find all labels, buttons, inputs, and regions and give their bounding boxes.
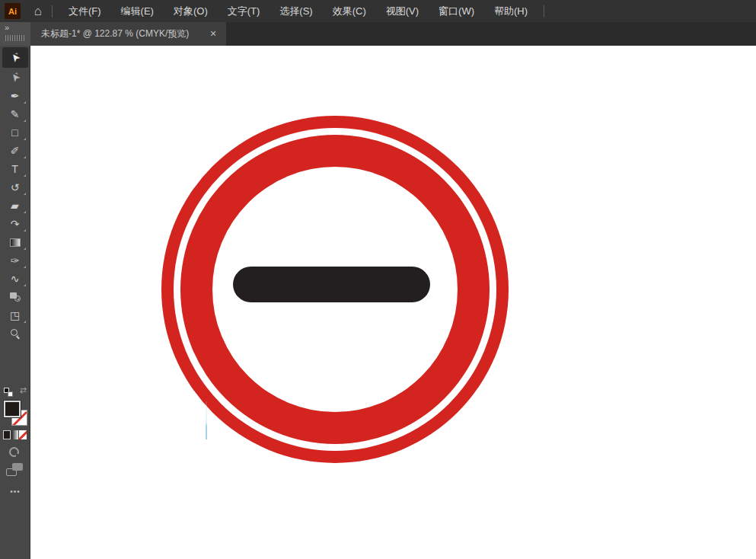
eyedropper-tool-icon: ✑ [11, 254, 20, 267]
app-logo-icon[interactable]: Ai [5, 3, 21, 19]
artboard-tool[interactable]: ◳ [3, 306, 27, 324]
pen-tool-icon: ✒ [11, 90, 20, 102]
menu-item-help[interactable]: 帮助(H) [484, 0, 537, 22]
rotate-tool[interactable]: ↺ [3, 178, 27, 196]
menu-bar: Ai ⌂ 文件(F) 编辑(E) 对象(O) 文字(T) 选择(S) 效果(C)… [0, 0, 756, 22]
gradient-tool-icon [10, 238, 21, 247]
screen-mode-icon[interactable] [6, 463, 23, 476]
rectangle-tool[interactable]: □ [3, 123, 27, 142]
menu-item-type[interactable]: 文字(T) [218, 0, 270, 22]
menu-item-window[interactable]: 窗口(W) [429, 0, 484, 22]
paintbrush-tool[interactable]: ✐ [3, 142, 27, 160]
pen-tool[interactable]: ✒ [3, 87, 27, 105]
fill-stroke-indicator [0, 399, 30, 430]
document-tab[interactable]: 未标题-1* @ 122.87 % (CMYK/预览) ✕ [30, 22, 226, 46]
tools-panel: ➤ ➤ ✒ ✎ □ ✐ T ↺ ▰ ↷ ✑ ∿ ◳ [0, 46, 30, 559]
swatch-shortcuts: ⇄ [0, 387, 30, 398]
gradient-tool[interactable] [3, 233, 27, 251]
swap-fill-stroke-icon[interactable]: ⇄ [20, 385, 27, 395]
shape-builder-tool[interactable] [3, 288, 27, 306]
menu-item-view[interactable]: 视图(V) [376, 0, 429, 22]
expand-toolbar-button[interactable]: » [0, 22, 30, 33]
prohibition-sign-circle[interactable] [161, 116, 509, 463]
eraser-tool-icon: ▰ [11, 200, 19, 212]
shape-builder-tool-icon [10, 292, 21, 302]
stray-path-artifact [206, 401, 207, 439]
shaper-tool-icon: ∿ [11, 273, 20, 285]
shaper-tool[interactable]: ∿ [3, 270, 27, 288]
gradient-button[interactable] [11, 430, 19, 439]
selection-tool-icon: ➤ [8, 50, 23, 65]
fill-swatch-black[interactable] [4, 401, 21, 417]
menu-item-file[interactable]: 文件(F) [59, 0, 111, 22]
color-mode-bar [3, 430, 27, 440]
zoom-tool-icon [11, 329, 20, 338]
none-button[interactable] [19, 430, 27, 439]
color-button[interactable] [3, 430, 11, 439]
document-tab-bar: 未标题-1* @ 122.87 % (CMYK/预览) ✕ [30, 22, 756, 46]
toolbar-header: » [0, 22, 30, 46]
menu-separator [52, 5, 53, 18]
menu-separator [544, 5, 544, 18]
curvature-tool[interactable]: ✎ [3, 105, 27, 123]
rotate-view-tool[interactable]: ↷ [3, 215, 27, 233]
artboard-canvas[interactable] [30, 46, 756, 559]
paintbrush-tool-icon: ✐ [11, 145, 20, 157]
default-fill-stroke-icon[interactable] [4, 388, 13, 397]
menu-item-effect[interactable]: 效果(C) [323, 0, 376, 22]
curvature-tool-icon: ✎ [11, 108, 20, 120]
menu-item-object[interactable]: 对象(O) [164, 0, 218, 22]
rotate-view-tool-icon: ↷ [11, 218, 20, 230]
more-tools-button[interactable]: ••• [0, 487, 30, 496]
eraser-tool[interactable]: ▰ [3, 196, 27, 215]
rotate-tool-icon: ↺ [11, 181, 20, 193]
direct-selection-tool[interactable]: ➤ [3, 69, 27, 87]
type-tool-icon: T [11, 163, 18, 175]
eyedropper-tool[interactable]: ✑ [3, 251, 27, 270]
toolbar-grip-handle[interactable] [5, 35, 25, 41]
selection-tool[interactable]: ➤ [2, 47, 28, 68]
document-tab-title: 未标题-1* @ 122.87 % (CMYK/预览) [41, 27, 202, 40]
menu-item-select[interactable]: 选择(S) [270, 0, 322, 22]
drawing-mode-icon[interactable] [9, 447, 19, 457]
menu-item-edit[interactable]: 编辑(E) [111, 0, 164, 22]
rectangle-tool-icon: □ [11, 126, 18, 139]
sign-black-bar[interactable] [233, 267, 430, 302]
tab-close-icon[interactable]: ✕ [208, 29, 219, 39]
home-icon[interactable]: ⌂ [30, 4, 46, 19]
artboard-tool-icon: ◳ [10, 309, 20, 321]
type-tool[interactable]: T [3, 160, 27, 178]
direct-selection-tool-icon: ➤ [8, 70, 23, 85]
zoom-tool[interactable] [3, 324, 27, 343]
illustrator-window: Ai ⌂ 文件(F) 编辑(E) 对象(O) 文字(T) 选择(S) 效果(C)… [0, 0, 756, 559]
